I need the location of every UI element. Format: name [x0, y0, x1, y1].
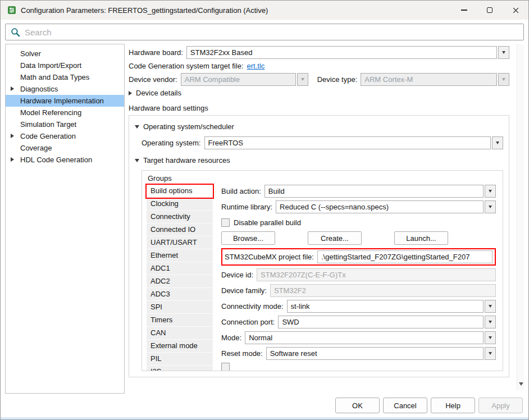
group-item-uart-usart[interactable]: UART/USART	[147, 236, 213, 249]
sidebar-item-solver[interactable]: Solver	[6, 48, 124, 60]
dialog-footer: OK Cancel Help Apply	[1, 394, 528, 417]
build-action-label: Build action:	[221, 187, 261, 195]
cancel-button[interactable]: Cancel	[383, 398, 427, 413]
cubemx-project-file-input[interactable]	[317, 250, 492, 263]
sidebar-item-math-and-data-types[interactable]: Math and Data Types	[6, 71, 124, 83]
sidebar-item-data-import-export[interactable]: Data Import/Export	[6, 60, 124, 71]
clipped-checkbox[interactable]	[221, 363, 230, 371]
group-item-timers[interactable]: Timers	[147, 314, 213, 327]
os-section-toggle[interactable]: Operating system/scheduler	[135, 122, 503, 131]
group-item-spi[interactable]: SPI	[147, 301, 213, 314]
minimize-button[interactable]	[451, 1, 477, 20]
group-item-external-mode[interactable]: External mode	[147, 340, 213, 353]
cubemx-project-file-row: STM32CubeMX project file:	[225, 250, 492, 263]
group-item-connectivity[interactable]: Connectivity	[147, 211, 213, 223]
build-options-fields: Build action: Build Runtime library: Red…	[221, 185, 496, 371]
create-button[interactable]: Create...	[308, 231, 362, 245]
runtime-library-label: Runtime library:	[221, 203, 272, 211]
sidebar-item-diagnostics[interactable]: Diagnostics	[6, 83, 124, 95]
build-action-select[interactable]: Build	[264, 185, 484, 198]
connectivity-mode-value: st-link	[288, 302, 483, 311]
reset-mode-row: Reset mode: Software reset	[221, 347, 496, 360]
runtime-library-select[interactable]: Reduced C (--specs=nano.specs)	[276, 200, 484, 213]
hardware-board-dropdown-button[interactable]	[498, 46, 509, 59]
clipped-row	[221, 363, 496, 371]
device-family-label: Device family:	[221, 286, 267, 295]
close-button[interactable]	[503, 1, 528, 20]
operating-system-dropdown-button[interactable]	[492, 136, 503, 149]
group-item-can[interactable]: CAN	[147, 327, 213, 340]
operating-system-select[interactable]: FreeRTOS	[204, 136, 491, 149]
collapse-arrow-icon	[135, 159, 139, 162]
group-item-adc3[interactable]: ADC3	[147, 288, 213, 301]
group-item-build-options[interactable]: Build options	[147, 185, 213, 198]
ok-button[interactable]: OK	[335, 398, 380, 413]
chevron-down-icon	[489, 206, 492, 208]
sidebar-item-label: Hardware Implementation	[20, 97, 104, 105]
sidebar-item-hdl-code-generation[interactable]: HDL Code Generation	[6, 154, 124, 166]
build-action-dropdown-button[interactable]	[485, 185, 496, 198]
connectivity-mode-dropdown-button[interactable]	[485, 300, 496, 313]
connection-port-dropdown-button[interactable]	[485, 316, 496, 328]
project-buttons-row: Browse... Create... Launch...	[221, 231, 496, 245]
connectivity-mode-select[interactable]: st-link	[287, 300, 484, 313]
device-id-value: STM32F207Z(C-E-F-G)Tx	[261, 271, 346, 279]
runtime-library-dropdown-button[interactable]	[485, 200, 496, 213]
mode-dropdown-button[interactable]	[485, 331, 496, 344]
device-details-label: Device details	[136, 89, 181, 97]
reset-mode-dropdown-button[interactable]	[485, 347, 496, 360]
device-type-dropdown-button	[498, 73, 509, 86]
chevron-down-icon	[496, 141, 499, 144]
sidebar-item-simulation-target[interactable]: Simulation Target	[6, 118, 124, 130]
launch-button[interactable]: Launch...	[394, 231, 448, 245]
group-item-adc1[interactable]: ADC1	[147, 262, 213, 275]
sidebar-item-hardware-implementation[interactable]: Hardware Implementation	[6, 95, 124, 107]
thr-section-title: Target hardware resources	[143, 156, 230, 165]
search-input[interactable]	[25, 28, 518, 37]
sidebar-item-label: Data Import/Export	[20, 61, 81, 70]
group-item-i2s[interactable]: I2S	[147, 366, 213, 371]
group-item-adc2[interactable]: ADC2	[147, 275, 213, 288]
hardware-board-select[interactable]: STM32F2xx Based	[186, 46, 497, 59]
hardware-board-value: STM32F2xx Based	[187, 48, 496, 57]
browse-button[interactable]: Browse...	[221, 231, 275, 245]
cubemx-project-file-label: STM32CubeMX project file:	[225, 253, 314, 261]
collapse-arrow-icon	[135, 125, 139, 129]
window-controls	[451, 1, 528, 20]
connectivity-mode-row: Connectivity mode: st-link	[221, 300, 496, 313]
expand-arrow-icon[interactable]	[11, 157, 14, 162]
group-item-clocking[interactable]: Clocking	[147, 198, 213, 211]
help-button[interactable]: Help	[431, 398, 475, 413]
mode-select[interactable]: Normal	[245, 331, 484, 344]
disable-parallel-build-label: Disable parallel build	[234, 218, 301, 227]
reset-mode-select[interactable]: Software reset	[266, 347, 484, 360]
device-family-field: STM32F2	[270, 284, 496, 297]
sidebar-item-model-referencing[interactable]: Model Referencing	[6, 107, 124, 118]
maximize-button[interactable]	[477, 1, 503, 20]
connection-port-select[interactable]: SWD	[278, 316, 484, 328]
expand-arrow-icon	[129, 91, 132, 95]
device-details-toggle[interactable]: Device details	[129, 89, 509, 97]
device-type-value: ARM Cortex-M	[361, 75, 496, 84]
device-type-select: ARM Cortex-M	[361, 73, 497, 86]
chevron-down-icon	[489, 336, 492, 339]
simulink-config-icon	[7, 6, 16, 15]
operating-system-label: Operating system:	[142, 139, 201, 147]
window-bottom-edge	[1, 417, 528, 419]
ert-tlc-link[interactable]: ert.tlc	[247, 62, 265, 70]
sidebar-item-code-generation[interactable]: Code Generation	[6, 130, 124, 142]
disable-parallel-build-checkbox[interactable]	[221, 218, 230, 227]
chevron-down-icon	[489, 321, 492, 323]
group-item-pil[interactable]: PIL	[147, 353, 213, 366]
expand-arrow-icon[interactable]	[11, 134, 14, 138]
group-item-connected-io[interactable]: Connected IO	[147, 223, 213, 236]
sidebar-item-coverage[interactable]: Coverage	[6, 142, 124, 154]
scroll-down-button[interactable]	[517, 380, 524, 388]
titlebar[interactable]: Configuration Parameters: FREERTOS_getti…	[1, 1, 528, 20]
expand-arrow-icon[interactable]	[11, 86, 14, 91]
thr-section-toggle[interactable]: Target hardware resources	[135, 156, 503, 165]
search-bar[interactable]	[5, 24, 524, 40]
group-item-ethernet[interactable]: Ethernet	[147, 249, 213, 262]
runtime-library-value: Reduced C (--specs=nano.specs)	[276, 203, 483, 211]
vertical-scrollbar[interactable]	[517, 44, 524, 390]
